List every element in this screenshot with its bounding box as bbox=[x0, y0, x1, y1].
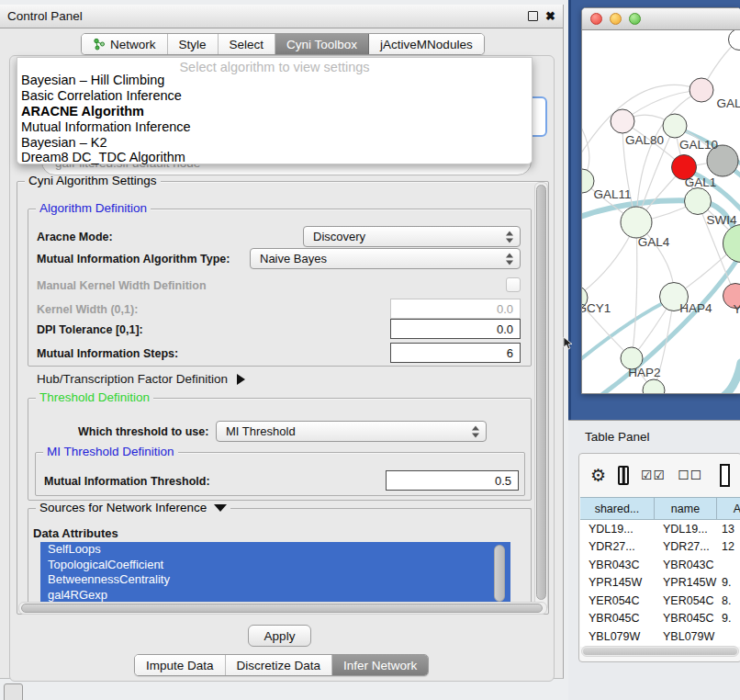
manual-kernel-checkbox[interactable] bbox=[506, 277, 521, 292]
table-row[interactable]: YBR043C YBR043C bbox=[580, 556, 740, 574]
control-panel-title: Control Panel bbox=[7, 9, 83, 23]
algorithm-option[interactable]: Basic Correlation Inference bbox=[21, 88, 182, 103]
close-window-icon[interactable] bbox=[590, 13, 602, 25]
algorithm-dropdown-list: Select algorithm to view settings Bayesi… bbox=[17, 57, 533, 164]
cell-shared: YDR27... bbox=[580, 540, 655, 553]
column-header-partial[interactable]: A bbox=[717, 498, 740, 519]
network-window-titlebar bbox=[582, 8, 740, 30]
close-panel-icon[interactable]: ✖ bbox=[545, 10, 555, 22]
node-label: GAL4 bbox=[638, 235, 670, 249]
table-row[interactable]: YER054C YER054C 8. bbox=[580, 592, 740, 610]
table-row[interactable]: YPR145W YPR145W 9. bbox=[580, 574, 740, 593]
attribute-item[interactable]: TopologicalCoefficient bbox=[40, 558, 510, 573]
mi-steps-value: 6 bbox=[507, 346, 513, 360]
settings-vscroll-track[interactable] bbox=[534, 182, 548, 612]
tab-impute-data[interactable]: Impute Data bbox=[135, 655, 226, 675]
mi-type-value: Naive Bayes bbox=[260, 252, 327, 265]
cell-shared: YPR145W bbox=[580, 576, 655, 589]
gear-icon[interactable]: ⚙ bbox=[590, 467, 606, 484]
algorithm-option[interactable]: Mutual Information Inference bbox=[21, 119, 191, 134]
network-node[interactable] bbox=[621, 207, 653, 239]
table-body[interactable]: YDL19... YDL19... 13 YDR27... YDR27... 1… bbox=[580, 520, 740, 647]
algorithm-option[interactable]: Bayesian – K2 bbox=[21, 135, 107, 150]
attribute-item[interactable]: SelfLoops bbox=[40, 542, 510, 558]
tab-network[interactable]: Network bbox=[82, 34, 168, 54]
network-node[interactable] bbox=[684, 187, 712, 215]
mi-type-combo[interactable]: Naive Bayes bbox=[250, 248, 521, 269]
settings-hscroll-thumb[interactable] bbox=[21, 604, 543, 613]
expanded-arrow-icon bbox=[214, 504, 227, 512]
float-panel-icon[interactable] bbox=[528, 11, 538, 21]
mi-threshold-field[interactable]: 0.5 bbox=[386, 470, 519, 491]
cell-name: YBL079W bbox=[655, 630, 717, 643]
tab-discretize-data[interactable]: Discretize Data bbox=[226, 655, 333, 675]
table-toolbar: ⚙ ☑☑ ☐☐ bbox=[579, 454, 740, 496]
algorithm-option-selected[interactable]: ARACNE Algorithm bbox=[21, 104, 144, 119]
dpi-tolerance-value: 0.0 bbox=[497, 322, 513, 336]
apply-button[interactable]: Apply bbox=[248, 625, 311, 647]
cell-value: 13 bbox=[717, 523, 740, 536]
tab-cyni-toolbox[interactable]: Cyni Toolbox bbox=[275, 34, 369, 54]
kernel-width-field[interactable]: 0.0 bbox=[390, 299, 521, 319]
network-node[interactable] bbox=[663, 114, 688, 139]
table-hscroll-thumb[interactable] bbox=[583, 648, 737, 655]
network-canvas[interactable]: GAL GAL80 GAL10 GAL1 GAL11 SWI4 GAL4 GCY… bbox=[582, 30, 740, 393]
combo-stepper-icon bbox=[472, 425, 479, 437]
attribute-item[interactable]: BetweennessCentrality bbox=[40, 572, 510, 588]
dpi-tolerance-field[interactable]: 0.0 bbox=[390, 319, 521, 339]
select-all-checkboxes-icon[interactable]: ☑☑ bbox=[641, 469, 666, 481]
table-row[interactable]: YDR27... YDR27... 12 bbox=[580, 538, 740, 557]
which-threshold-combo[interactable]: MI Threshold bbox=[216, 421, 487, 442]
hub-section-toggle[interactable]: Hub/Transcription Factor Definition bbox=[37, 372, 245, 386]
grid-settings-icon[interactable] bbox=[4, 683, 23, 700]
network-edges bbox=[582, 30, 740, 393]
control-panel-window: Control Panel ✖ Network Style Select bbox=[0, 5, 564, 679]
table-panel-title: Table Panel bbox=[585, 430, 650, 444]
node-label: GCY1 bbox=[582, 301, 611, 315]
node-label: GAL1 bbox=[685, 175, 717, 189]
table-row[interactable]: YBL079W YBL079W bbox=[580, 627, 740, 646]
table-panel-area: Table Panel ⚙ ☑☑ ☐☐ shared... name A YDL… bbox=[568, 420, 740, 700]
table-row[interactable]: YDL19... YDL19... 13 bbox=[580, 520, 740, 538]
bottom-tabs: Impute Data Discretize Data Infer Networ… bbox=[134, 654, 429, 676]
settings-vscroll-thumb[interactable] bbox=[536, 185, 546, 600]
data-attributes-list[interactable]: SelfLoops TopologicalCoefficient Between… bbox=[40, 542, 510, 603]
network-node[interactable] bbox=[611, 109, 635, 134]
attribute-list-scrollbar[interactable] bbox=[494, 545, 505, 602]
zoom-window-icon[interactable] bbox=[629, 13, 641, 25]
cell-shared: YBL079W bbox=[580, 630, 655, 643]
attribute-item[interactable]: gal4RGexp bbox=[40, 588, 510, 604]
mi-threshold-definition-title: MI Threshold Definition bbox=[43, 445, 178, 458]
split-view-icon[interactable] bbox=[618, 466, 629, 485]
tab-discretize-data-label: Discretize Data bbox=[237, 659, 321, 672]
settings-hscroll-track[interactable] bbox=[18, 602, 547, 615]
mi-steps-field[interactable]: 6 bbox=[390, 343, 521, 363]
which-threshold-label: Which threshold to use: bbox=[78, 425, 208, 438]
screen: { "control_panel": { "title": "Control P… bbox=[0, 0, 740, 700]
tab-network-label: Network bbox=[110, 38, 156, 51]
mouse-cursor bbox=[563, 336, 574, 351]
network-icon bbox=[93, 38, 106, 51]
minimize-window-icon[interactable] bbox=[610, 13, 622, 25]
aracne-mode-combo[interactable]: Discovery bbox=[303, 226, 521, 247]
algorithm-option[interactable]: Dream8 DC_TDC Algorithm bbox=[21, 150, 185, 164]
column-header-name[interactable]: name bbox=[655, 498, 717, 519]
document-icon[interactable] bbox=[720, 464, 730, 487]
network-node[interactable] bbox=[690, 78, 714, 103]
sources-group-title[interactable]: Sources for Network Inference bbox=[36, 501, 230, 514]
tab-style[interactable]: Style bbox=[168, 34, 219, 54]
cell-value: 9. bbox=[717, 576, 740, 589]
table-row[interactable]: YBR045C YBR045C 9. bbox=[580, 610, 740, 628]
algorithm-option[interactable]: Bayesian – Hill Climbing bbox=[21, 73, 164, 87]
collapsed-arrow-icon bbox=[237, 374, 245, 385]
column-header-shared-name[interactable]: shared... bbox=[580, 498, 655, 519]
table-hscroll-track[interactable] bbox=[581, 646, 739, 657]
mi-type-label: Mutual Information Algorithm Type: bbox=[37, 253, 230, 265]
cell-shared: YDL19... bbox=[580, 523, 655, 536]
tab-infer-network[interactable]: Infer Network bbox=[332, 655, 428, 675]
tab-cyni-toolbox-label: Cyni Toolbox bbox=[286, 38, 357, 51]
node-label: HAP2 bbox=[628, 366, 660, 379]
deselect-all-checkboxes-icon[interactable]: ☐☐ bbox=[678, 469, 702, 481]
tab-select[interactable]: Select bbox=[219, 34, 276, 54]
tab-jactivemnodules[interactable]: jActiveMNodules bbox=[369, 34, 484, 54]
